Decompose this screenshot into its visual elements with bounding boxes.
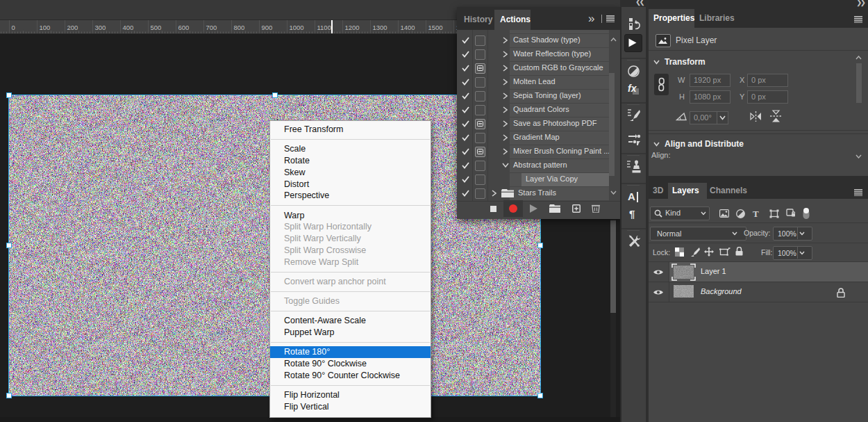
- svg-text:1000: 1000: [290, 24, 304, 31]
- svg-text:300: 300: [95, 24, 106, 31]
- svg-text:1200: 1200: [345, 24, 360, 31]
- svg-text:200: 200: [67, 24, 78, 31]
- svg-text:1400: 1400: [401, 24, 415, 31]
- svg-text:700: 700: [206, 24, 217, 31]
- svg-text:900: 900: [262, 24, 273, 31]
- svg-text:0: 0: [12, 24, 15, 31]
- svg-text:1300: 1300: [373, 24, 387, 31]
- svg-text:600: 600: [178, 24, 190, 31]
- svg-text:500: 500: [151, 24, 162, 31]
- svg-text:1500: 1500: [428, 24, 443, 31]
- svg-text:800: 800: [234, 24, 245, 31]
- svg-text:400: 400: [123, 24, 134, 31]
- svg-text:100: 100: [40, 24, 51, 31]
- svg-text:1100: 1100: [317, 24, 331, 31]
